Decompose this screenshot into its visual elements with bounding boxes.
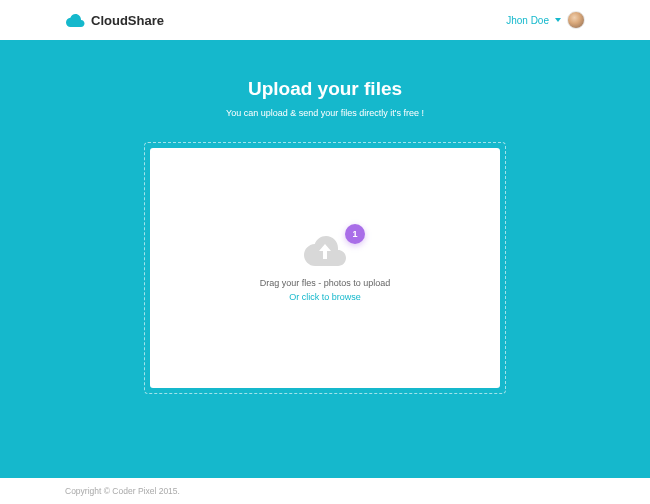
page-subtitle: You can upload & send your files directl… — [0, 108, 650, 118]
brand-name: CloudShare — [91, 13, 164, 28]
footer: Copyright © Coder Pixel 2015. — [0, 478, 650, 504]
upload-inner: 1 Drag your fles - photos to upload Or c… — [160, 158, 490, 378]
cloud-icon — [65, 13, 85, 27]
browse-link[interactable]: Or click to browse — [289, 292, 361, 302]
page-title: Upload your files — [0, 78, 650, 100]
user-menu[interactable]: Jhon Doe — [506, 11, 585, 29]
upload-icon-wrap: 1 — [303, 234, 347, 266]
brand-logo[interactable]: CloudShare — [65, 13, 164, 28]
cloud-upload-icon — [303, 234, 347, 266]
upload-count-badge: 1 — [345, 224, 365, 244]
drag-instruction: Drag your fles - photos to upload — [260, 278, 391, 288]
copyright-text: Copyright © Coder Pixel 2015. — [65, 486, 180, 496]
header: CloudShare Jhon Doe — [0, 0, 650, 40]
chevron-down-icon — [555, 18, 561, 22]
upload-dropzone[interactable]: 1 Drag your fles - photos to upload Or c… — [150, 148, 500, 388]
hero-section: Upload your files You can upload & send … — [0, 40, 650, 478]
user-name-label: Jhon Doe — [506, 15, 549, 26]
avatar — [567, 11, 585, 29]
